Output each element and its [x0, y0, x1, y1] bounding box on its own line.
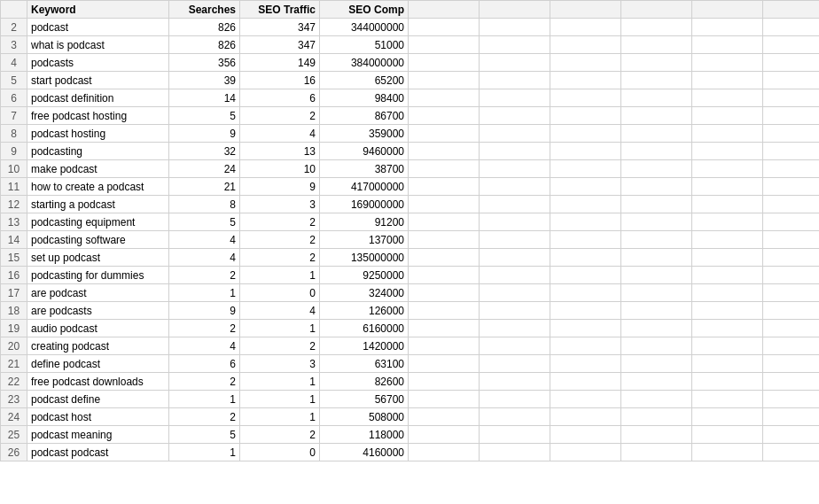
empty-cell [480, 107, 550, 125]
empty-cell [480, 54, 550, 72]
seo-comp-cell: 169000000 [320, 196, 409, 213]
seo-traffic-cell: 16 [240, 72, 320, 89]
keyword-cell: podcasting equipment [27, 213, 169, 231]
seo-comp-cell: 51000 [320, 36, 409, 54]
empty-cell [692, 284, 763, 302]
searches-cell: 5 [169, 107, 240, 125]
empty-cell [692, 267, 763, 284]
searches-cell: 24 [169, 160, 240, 178]
empty-cell [480, 284, 550, 302]
empty-cell [409, 337, 480, 355]
empty-cell [550, 19, 621, 36]
empty-cell [480, 36, 550, 54]
seo-traffic-cell: 4 [240, 302, 320, 320]
seo-comp-cell: 137000 [320, 231, 409, 249]
searches-cell: 32 [169, 143, 240, 160]
empty-cell [550, 267, 621, 284]
seo-comp-cell: 82600 [320, 373, 409, 391]
empty-cell [763, 54, 819, 72]
keyword-cell: podcast podcast [27, 444, 169, 461]
empty-cell [550, 213, 621, 231]
empty-cell [409, 391, 480, 408]
seo-traffic-cell: 1 [240, 391, 320, 408]
seo-comp-cell: 508000 [320, 408, 409, 426]
row-number: 19 [1, 320, 27, 337]
searches-cell: 4 [169, 249, 240, 267]
empty-cell [550, 444, 621, 461]
empty-cell [763, 408, 819, 426]
empty-cell [763, 444, 819, 461]
empty-cell [480, 231, 550, 249]
empty-cell [763, 1, 819, 19]
empty-cell [692, 19, 763, 36]
empty-cell [621, 249, 692, 267]
searches-cell: 2 [169, 408, 240, 426]
seo-traffic-cell: 3 [240, 355, 320, 373]
row-number: 2 [1, 19, 27, 36]
row-number: 15 [1, 249, 27, 267]
empty-cell [409, 249, 480, 267]
empty-cell [692, 143, 763, 160]
seo-traffic-cell: 0 [240, 444, 320, 461]
empty-cell [409, 54, 480, 72]
empty-cell [763, 231, 819, 249]
empty-cell [692, 213, 763, 231]
empty-cell [692, 160, 763, 178]
empty-cell [692, 1, 763, 19]
empty-cell [692, 391, 763, 408]
empty-cell [550, 408, 621, 426]
empty-cell [621, 355, 692, 373]
empty-cell [480, 249, 550, 267]
empty-cell [763, 72, 819, 89]
empty-cell [692, 337, 763, 355]
empty-cell [763, 337, 819, 355]
seo-comp-cell: 118000 [320, 426, 409, 444]
empty-cell [409, 125, 480, 143]
empty-cell [621, 391, 692, 408]
seo-traffic-cell: 1 [240, 320, 320, 337]
keyword-cell: podcast meaning [27, 426, 169, 444]
seo-traffic-cell: 13 [240, 143, 320, 160]
empty-cell [550, 1, 621, 19]
empty-cell [409, 89, 480, 107]
searches-cell: 39 [169, 72, 240, 89]
searches-cell: 9 [169, 302, 240, 320]
empty-cell [621, 1, 692, 19]
row-number: 26 [1, 444, 27, 461]
seo-comp-cell: 344000000 [320, 19, 409, 36]
col-header-seo-traffic: SEO Traffic [240, 1, 320, 19]
empty-cell [409, 178, 480, 196]
seo-comp-cell: 9460000 [320, 143, 409, 160]
seo-comp-cell: 417000000 [320, 178, 409, 196]
empty-cell [409, 373, 480, 391]
empty-cell [692, 107, 763, 125]
empty-cell [409, 36, 480, 54]
keyword-cell: podcast hosting [27, 125, 169, 143]
empty-cell [480, 426, 550, 444]
empty-cell [621, 373, 692, 391]
empty-cell [550, 337, 621, 355]
empty-cell [550, 72, 621, 89]
empty-cell [692, 178, 763, 196]
seo-traffic-cell: 4 [240, 125, 320, 143]
seo-comp-cell: 38700 [320, 160, 409, 178]
row-number: 11 [1, 178, 27, 196]
empty-cell [550, 426, 621, 444]
empty-cell [763, 19, 819, 36]
row-number: 24 [1, 408, 27, 426]
seo-traffic-cell: 9 [240, 178, 320, 196]
empty-cell [480, 19, 550, 36]
empty-cell [409, 284, 480, 302]
col-header-seo-comp: SEO Comp [320, 1, 409, 19]
row-number: 9 [1, 143, 27, 160]
searches-cell: 356 [169, 54, 240, 72]
empty-cell [763, 36, 819, 54]
keyword-cell: are podcasts [27, 302, 169, 320]
empty-cell [692, 408, 763, 426]
row-number: 12 [1, 196, 27, 213]
empty-cell [692, 249, 763, 267]
seo-traffic-cell: 2 [240, 231, 320, 249]
empty-cell [409, 267, 480, 284]
empty-cell [480, 213, 550, 231]
empty-cell [480, 178, 550, 196]
